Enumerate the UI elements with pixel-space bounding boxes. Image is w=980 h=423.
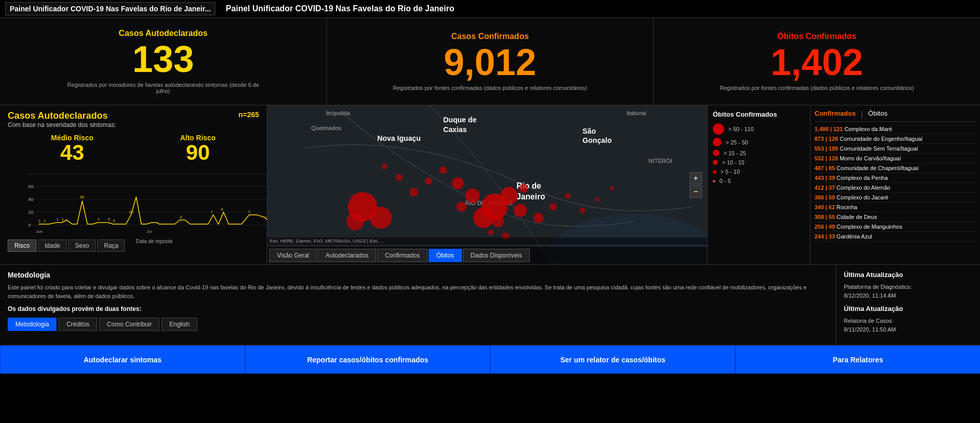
map-tab-obitos[interactable]: Óbitos xyxy=(429,249,462,262)
legend-circle-6 xyxy=(713,180,715,182)
ranking-name-7: Complexo do Jacaré xyxy=(837,194,889,200)
map-attribution: Esri, HERE, Garmin, FAO, METI/NASA, USGS… xyxy=(267,237,707,245)
ranking-name-10: Complexo de Manguinhos xyxy=(837,224,902,230)
ranking-name-1: Comunidade do Engenho/Itaguaí xyxy=(840,136,922,142)
legend-label-1: > 50 - 110 xyxy=(728,126,754,132)
legend-item-6: 0 - 5 xyxy=(713,178,805,184)
ranking-item-3: 532 | 126 Morro do Carvão/Itaguaí xyxy=(815,154,976,163)
update-item-2: Relatoria de Casos: 8/11/2020, 11:50 AM xyxy=(844,317,972,334)
rankings-list: 1,486 | 121 Complexo da Maré873 | 128 Co… xyxy=(815,124,976,242)
update-title-1: Última Atualização xyxy=(844,271,972,279)
ranking-nums-6: 412 | 37 xyxy=(815,185,835,191)
svg-point-58 xyxy=(382,163,387,169)
svg-text:0: 0 xyxy=(28,223,31,228)
map-tabs: Visão Geral Autodeclarados Confirmados Ó… xyxy=(267,247,707,264)
medio-risco: Médio Risco 43 xyxy=(51,134,93,163)
svg-text:Queimados: Queimados xyxy=(311,125,342,131)
legend-label-2: > 25 - 50 xyxy=(726,139,748,145)
stat-obitos-number: 1,402 xyxy=(770,44,863,81)
ranking-nums-4: 487 | 85 xyxy=(815,165,835,171)
svg-text:20: 20 xyxy=(28,210,33,215)
svg-point-63 xyxy=(488,230,493,235)
ranking-name-3: Morro do Carvão/Itaguaí xyxy=(840,155,901,161)
meth-tab-creditos[interactable]: Créditos xyxy=(59,318,97,331)
svg-text:9: 9 xyxy=(221,208,223,211)
svg-text:Janeiro: Janeiro xyxy=(516,192,545,201)
svg-text:1: 1 xyxy=(44,219,46,223)
action-autodeclarar[interactable]: Autodeclarar sintomas xyxy=(0,345,245,374)
update-date-2: 8/11/2020, 11:50 AM xyxy=(844,326,896,333)
svg-point-43 xyxy=(473,208,494,228)
svg-point-45 xyxy=(465,189,480,204)
ranking-nums-5: 443 | 39 xyxy=(815,175,835,181)
action-para-relatores[interactable]: Para Relatores xyxy=(735,345,980,374)
action-relator[interactable]: Ser um relator de casos/óbitos xyxy=(490,345,735,374)
ranking-nums-0: 1,486 | 121 xyxy=(815,126,843,132)
legend-item-4: > 10 - 15 xyxy=(713,159,805,165)
ranking-nums-1: 873 | 128 xyxy=(815,136,838,142)
ranking-item-5: 443 | 39 Complexo da Penha xyxy=(815,173,976,183)
ranking-nums-3: 532 | 126 xyxy=(815,155,838,161)
stats-row: Casos Autodeclarados 133 Registrados por… xyxy=(0,18,980,105)
svg-text:7: 7 xyxy=(211,210,213,214)
update-subtitle-1: Plataforma de Diagnóstico: xyxy=(844,284,912,290)
svg-text:6: 6 xyxy=(113,219,115,223)
svg-text:NITERÓI: NITERÓI xyxy=(649,158,672,164)
svg-text:5: 5 xyxy=(108,217,110,221)
meth-tab-metodologia[interactable]: Metodologia xyxy=(8,318,57,331)
map-tab-visao-geral[interactable]: Visão Geral xyxy=(269,249,317,262)
update-panel: Última Atualização Plataforma de Diagnós… xyxy=(836,265,980,345)
header-title-left: Painel Unificador COVID-19 Nas Favelas d… xyxy=(5,2,215,15)
legend-label-5: > 5 - 10 xyxy=(720,169,740,175)
ranking-name-11: Gardênia Azul xyxy=(837,233,872,240)
legend-circle-3 xyxy=(713,150,719,156)
stat-obitos-desc: Registrados por fontes confirmadas (dado… xyxy=(720,85,914,91)
chart-xlabel: Data de reposta xyxy=(28,238,280,244)
ranking-name-9: Cidade de Deus xyxy=(837,214,877,220)
ranking-name-6: Complexo do Alemão xyxy=(837,185,891,191)
meth-tab-contribuir[interactable]: Como Contribuir xyxy=(99,318,159,331)
update-item-1: Plataforma de Diagnóstico: 8/12/2020, 11… xyxy=(844,283,972,300)
svg-point-66 xyxy=(346,213,364,230)
stat-obitos: Óbitos Confirmados 1,402 Registrados por… xyxy=(654,18,980,105)
map-tab-dados[interactable]: Dados Disponíveis xyxy=(463,249,530,262)
legend-panel: Óbitos Confirmados > 50 - 110 > 25 - 50 … xyxy=(708,105,810,264)
svg-text:60: 60 xyxy=(28,184,33,189)
ranking-name-5: Complexo da Penha xyxy=(837,175,888,181)
zoom-out-btn[interactable]: − xyxy=(690,186,702,198)
ranking-item-10: 256 | 49 Complexo de Manguinhos xyxy=(815,222,976,232)
rph-obitos: Óbitos xyxy=(868,109,887,119)
stat-obitos-label: Óbitos Confirmados xyxy=(778,32,857,41)
zoom-in-btn[interactable]: + xyxy=(690,172,702,185)
legend-circle-4 xyxy=(713,160,718,165)
svg-text:Jun: Jun xyxy=(36,229,43,234)
svg-text:Nova Iguaçu: Nova Iguaçu xyxy=(377,134,421,142)
medio-risco-value: 43 xyxy=(51,142,93,163)
map-tab-confirmados[interactable]: Confirmados xyxy=(377,249,428,262)
chart-svg: 0 20 40 60 Jun Jul 36 20 1 1 1 1 xyxy=(28,169,280,235)
svg-point-49 xyxy=(520,184,528,193)
svg-text:Duque de: Duque de xyxy=(443,116,476,124)
svg-text:Gonçalo: Gonçalo xyxy=(582,136,612,144)
meth-highlight: Os dados divulgados provêm de duas fonte… xyxy=(8,305,828,312)
svg-point-53 xyxy=(396,174,403,181)
svg-point-60 xyxy=(595,197,600,202)
stat-confirmados-label: Casos Confirmados xyxy=(451,32,529,41)
map-tab-autodeclarados[interactable]: Autodeclarados xyxy=(318,249,376,262)
stat-confirmados-desc: Registrados por fontes confirmadas (dado… xyxy=(393,85,587,91)
left-panel: Casos Autodeclarados n=265 Com base na s… xyxy=(0,105,267,264)
ranking-nums-7: 386 | 50 xyxy=(815,194,835,200)
header-title-main: Painel Unificador COVID-19 Nas Favelas d… xyxy=(226,4,975,13)
svg-text:Caxias: Caxias xyxy=(443,125,467,134)
svg-text:40: 40 xyxy=(28,197,33,202)
action-reportar[interactable]: Reportar casos/óbitos confirmados xyxy=(245,345,490,374)
middle-section: Casos Autodeclarados n=265 Com base na s… xyxy=(0,105,980,265)
casos-title: Casos Autodeclarados xyxy=(8,111,107,121)
svg-text:1: 1 xyxy=(39,219,41,223)
ranking-nums-9: 308 | 55 xyxy=(815,214,835,220)
stat-autodeclarados-desc: Registrados por moradores de favelas aut… xyxy=(61,82,266,94)
right-panel: Confirmados | Óbitos 1,486 | 121 Complex… xyxy=(810,105,980,264)
meth-tab-english[interactable]: English xyxy=(161,318,197,331)
action-row: Autodeclarar sintomas Reportar casos/óbi… xyxy=(0,345,980,374)
svg-point-61 xyxy=(609,186,614,191)
